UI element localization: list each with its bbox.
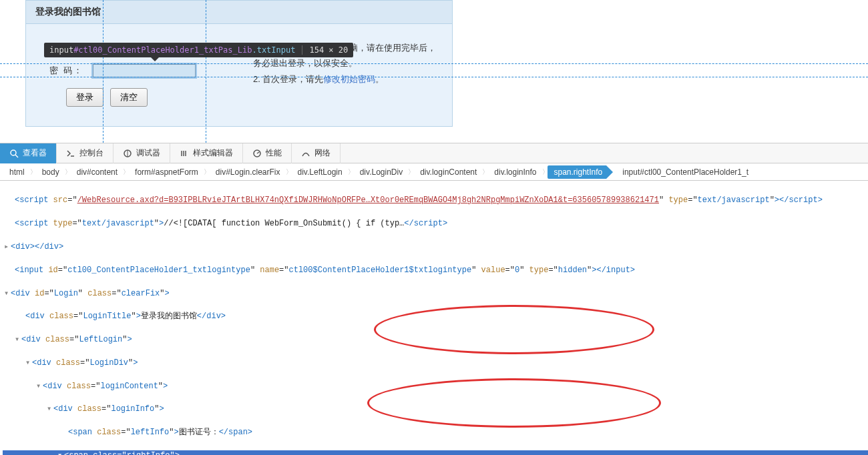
change-password-link[interactable]: 修改初始密码: [323, 74, 375, 84]
src-rightinfo-selected[interactable]: ▾<span class="rightInfo">: [3, 450, 868, 455]
tooltip-dimensions: 154 × 20: [309, 45, 348, 55]
svg-point-0: [11, 150, 16, 155]
tooltip-divider: [302, 45, 302, 55]
clear-button[interactable]: 清空: [110, 88, 148, 107]
src-script-1[interactable]: <script src="/WebResource.axd?d=B93IPBLR…: [3, 195, 868, 206]
login-panel: 登录我的图书馆 密 码： 登录 清空 1. 如果您使用的是公共电脑，请在使用完毕…: [25, 0, 453, 127]
debugger-icon: [123, 149, 132, 158]
style-icon: [180, 149, 189, 158]
src-div-empty[interactable]: ▸<div></div>: [3, 242, 868, 253]
login-title: 登录我的图书馆: [26, 1, 452, 24]
tab-style-editor[interactable]: 样式编辑器: [170, 143, 243, 163]
password-label: 密 码：: [39, 65, 93, 77]
source-pane[interactable]: <script src="/WebResource.axd?d=B93IPBLR…: [0, 181, 868, 455]
src-logininfo-1[interactable]: ▾<div class="loginInfo">: [3, 404, 868, 415]
login-button[interactable]: 登录: [66, 88, 103, 107]
src-script-2[interactable]: <script type="text/javascript">//<![CDAT…: [3, 218, 868, 230]
src-hidden-input[interactable]: <input id="ctl00_ContentPlaceHolder1_txt…: [3, 265, 868, 276]
bc-rightinfo[interactable]: span.rightInfo: [548, 165, 607, 179]
bc-logindiv[interactable]: div.LoginDiv: [353, 165, 409, 179]
src-logindiv[interactable]: ▾<div class="LoginDiv">: [3, 358, 868, 369]
bc-input[interactable]: input#ctl00_ContentPlaceHolder1_t: [616, 165, 755, 179]
perf-icon: [252, 149, 262, 158]
breadcrumb: html〉 body〉 div#content〉 form#aspnetForm…: [0, 163, 868, 181]
svg-line-1: [15, 155, 18, 157]
tab-network[interactable]: 网络: [292, 143, 341, 163]
tooltip-selector: input#ctl00_ContentPlaceHolder1_txtPas_L…: [49, 45, 295, 55]
password-input[interactable]: [93, 64, 196, 77]
tab-performance[interactable]: 性能: [243, 143, 292, 163]
inspector-icon: [9, 149, 19, 158]
devtools-panel: 查看器 控制台 调试器 样式编辑器 性能 网络 html〉 body〉 div#…: [0, 143, 868, 455]
tab-console[interactable]: 控制台: [57, 143, 114, 163]
src-logintitle[interactable]: <div class="LoginTitle">登录我的图书馆</div>: [3, 311, 868, 322]
login-tips: 1. 如果您使用的是公共电脑，请在使用完毕后， 务必退出登录，以保安全。 2. …: [246, 24, 452, 123]
devtools-tabs: 查看器 控制台 调试器 样式编辑器 性能 网络: [0, 143, 868, 163]
bc-logininfo[interactable]: div.loginInfo: [487, 165, 543, 179]
tab-debugger[interactable]: 调试器: [114, 143, 170, 163]
src-leftlogin[interactable]: ▾<div class="LeftLogin">: [3, 334, 868, 346]
inspect-tooltip: input#ctl00_ContentPlaceHolder1_txtPas_L…: [44, 43, 353, 57]
src-leftinfo-user[interactable]: <span class="leftInfo">图书证号：</span>: [3, 427, 868, 438]
svg-line-5: [257, 152, 259, 153]
bc-logincontent[interactable]: div.loginContent: [413, 165, 483, 179]
button-row: 登录 清空: [39, 88, 233, 107]
src-logincontent[interactable]: ▾<div class="loginContent">: [3, 381, 868, 392]
page-preview-area: 登录我的图书馆 密 码： 登录 清空 1. 如果您使用的是公共电脑，请在使用完毕…: [0, 0, 868, 143]
bc-body[interactable]: body: [35, 165, 66, 179]
bc-content[interactable]: div#content: [70, 165, 124, 179]
login-body: 密 码： 登录 清空 1. 如果您使用的是公共电脑，请在使用完毕后， 务必退出登…: [26, 24, 452, 123]
login-form: 密 码： 登录 清空: [26, 24, 246, 123]
src-login-div[interactable]: ▾<div id="Login" class="clearFix">: [3, 288, 868, 300]
bc-form[interactable]: form#aspnetForm: [128, 165, 205, 179]
bc-html[interactable]: html: [3, 165, 31, 179]
tab-inspector[interactable]: 查看器: [0, 143, 57, 163]
tip-line-3: 2. 首次登录，请先修改初始密码。: [253, 71, 439, 87]
network-icon: [301, 149, 310, 158]
bc-login[interactable]: div#Login.clearFix: [209, 165, 287, 179]
tip-line-2: 务必退出登录，以保安全。: [253, 55, 439, 71]
bc-leftlogin[interactable]: div.LeftLogin: [291, 165, 349, 179]
password-row: 密 码：: [39, 64, 233, 77]
console-icon: [66, 149, 75, 158]
